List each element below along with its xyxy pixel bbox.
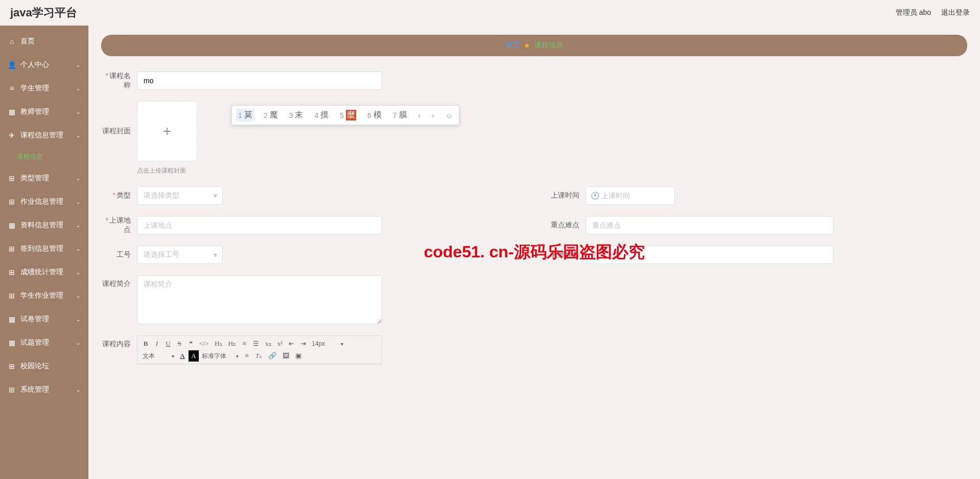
ime-candidate-6[interactable]: 6模 — [365, 109, 384, 122]
sidebar-item-homework[interactable]: ⊞ 作业信息管理 ⌄ — [0, 190, 88, 213]
logout-link[interactable]: 退出登录 — [941, 8, 970, 17]
h1-button[interactable]: H₁ — [212, 338, 224, 349]
location-label: *上课地点 — [101, 216, 137, 234]
ime-next[interactable]: › — [430, 111, 436, 119]
superscript-button[interactable]: x² — [275, 338, 285, 349]
clear-format-button[interactable]: Tₓ — [253, 350, 265, 362]
clock-icon: 🕐 — [591, 191, 599, 200]
cover-upload[interactable]: + — [137, 101, 197, 161]
sidebar-item-home[interactable]: ⌂ 首页 — [0, 30, 88, 53]
sidebar-item-student-homework[interactable]: ⊞ 学生作业管理 ⌄ — [0, 284, 88, 307]
quote-button[interactable]: ❝ — [185, 338, 196, 349]
main-content: 首页 ★ 课程信息 *课程名称 课程封面 + 点击上传课程封面 — [88, 26, 980, 479]
class-time-input-wrapper: 🕐 — [586, 186, 675, 205]
bullet-list-button[interactable]: ☰ — [250, 338, 262, 349]
align-button[interactable]: ≡ — [242, 350, 252, 362]
breadcrumb-home[interactable]: 首页 — [505, 41, 520, 50]
sidebar-subitem-course-info[interactable]: 课程信息 — [0, 147, 88, 166]
chevron-down-icon: ⌄ — [76, 340, 80, 346]
ime-candidate-1[interactable]: 1莫 — [236, 109, 254, 122]
indent-button[interactable]: ⇤ — [286, 338, 297, 349]
sidebar-item-personal[interactable]: 👤 个人中心 ⌄ — [0, 53, 88, 77]
teacher-label: 教师姓名 — [534, 250, 586, 259]
font-size-select[interactable]: 14px — [310, 339, 345, 348]
cover-label: 课程封面 — [101, 101, 137, 136]
emp-id-select[interactable]: 请选择工号 — [137, 246, 223, 264]
sidebar-label: 资料信息管理 — [20, 221, 63, 230]
editor-toolbar: B I U S ❝ </> H₁ H₂ ≡ ☰ x₂ x² ⇤ ⇥ — [137, 336, 382, 364]
outdent-button[interactable]: ⇥ — [298, 338, 309, 349]
sidebar-label: 签到信息管理 — [20, 244, 63, 253]
app-logo: java学习平台 — [10, 5, 77, 20]
sidebar-item-exam[interactable]: ▦ 试卷管理 ⌄ — [0, 307, 88, 331]
cover-hint: 点击上传课程封面 — [137, 166, 197, 175]
font-color-button[interactable]: A — [177, 350, 188, 362]
send-icon: ✈ — [8, 132, 15, 139]
ime-emoji[interactable]: ☺ — [444, 111, 455, 119]
sidebar-item-forum[interactable]: ⊞ 校园论坛 — [0, 354, 88, 378]
sidebar-item-type[interactable]: ⊞ 类型管理 ⌄ — [0, 166, 88, 190]
grid-icon: ⊞ — [8, 175, 15, 182]
bold-button[interactable]: B — [141, 338, 151, 349]
ime-candidate-2[interactable]: 2魔 — [262, 109, 280, 122]
h2-button[interactable]: H₂ — [226, 338, 238, 349]
sidebar-item-checkin[interactable]: ⊞ 签到信息管理 ⌄ — [0, 237, 88, 260]
course-name-input[interactable] — [137, 71, 382, 90]
subscript-button[interactable]: x₂ — [263, 338, 274, 349]
course-name-label: *课程名称 — [101, 71, 137, 90]
admin-label[interactable]: 管理员 abo — [896, 8, 931, 17]
chevron-down-icon: ⌄ — [76, 62, 80, 68]
sidebar-item-question[interactable]: ▦ 试题管理 ⌄ — [0, 331, 88, 354]
sidebar-item-course-info[interactable]: ✈ 课程信息管理 ⌄ — [0, 124, 88, 147]
video-button[interactable]: ▣ — [293, 350, 304, 362]
ime-prev[interactable]: ‹ — [416, 111, 423, 119]
chevron-down-icon: ⌄ — [76, 176, 80, 181]
header-user-area: 管理员 abo 退出登录 — [896, 8, 970, 17]
ime-candidate-5[interactable]: 5麼 — [338, 109, 358, 122]
grid-icon: ▦ — [8, 108, 15, 115]
text-type-select[interactable]: 文本 — [141, 351, 176, 362]
sidebar-label: 试题管理 — [20, 338, 49, 347]
difficulty-input[interactable] — [586, 216, 833, 234]
sidebar-item-student[interactable]: ≡ 学生管理 ⌄ — [0, 77, 88, 100]
ordered-list-button[interactable]: ≡ — [239, 338, 249, 349]
type-select[interactable]: 请选择类型 — [137, 186, 223, 205]
chevron-down-icon: ⌄ — [76, 133, 80, 138]
sidebar-item-teacher[interactable]: ▦ 教师管理 ⌄ — [0, 100, 88, 124]
font-family-select[interactable]: 标准字体 — [200, 351, 241, 362]
sidebar-label: 首页 — [20, 37, 35, 46]
type-label: *类型 — [101, 191, 137, 200]
chevron-down-icon: ⌄ — [76, 223, 80, 228]
sidebar-item-system[interactable]: ⊞ 系统管理 ⌄ — [0, 378, 88, 401]
ime-candidate-7[interactable]: 7膜 — [391, 109, 409, 122]
sidebar-item-material[interactable]: ▦ 资料信息管理 ⌄ — [0, 213, 88, 237]
link-button[interactable]: 🔗 — [266, 350, 279, 362]
chevron-down-icon: ⌄ — [76, 109, 80, 115]
grid-icon: ▦ — [8, 339, 15, 346]
italic-button[interactable]: I — [152, 338, 162, 349]
sidebar: ⌂ 首页 👤 个人中心 ⌄ ≡ 学生管理 ⌄ ▦ 教师管理 ⌄ ✈ 课程信息管理… — [0, 26, 88, 479]
grid-icon: ⊞ — [8, 269, 15, 276]
ime-candidate-3[interactable]: 3末 — [287, 109, 306, 122]
grid-icon: ▦ — [8, 316, 15, 323]
grid-icon: ⊞ — [8, 198, 15, 205]
breadcrumb: 首页 ★ 课程信息 — [101, 35, 967, 56]
code-button[interactable]: </> — [197, 338, 211, 349]
location-input[interactable] — [137, 216, 382, 234]
teacher-input[interactable] — [586, 246, 833, 264]
sidebar-label: 课程信息管理 — [20, 131, 63, 140]
sidebar-label: 作业信息管理 — [20, 197, 63, 206]
plus-icon: + — [163, 123, 171, 139]
sidebar-item-grades[interactable]: ⊞ 成绩统计管理 ⌄ — [0, 260, 88, 284]
chevron-down-icon: ⌄ — [76, 293, 80, 299]
chevron-down-icon: ⌄ — [76, 86, 80, 91]
chevron-down-icon: ⌄ — [76, 246, 80, 252]
difficulty-label: 重点难点 — [534, 221, 586, 230]
bg-color-button[interactable]: A — [189, 350, 199, 362]
grid-icon: ⊞ — [8, 363, 15, 370]
strike-button[interactable]: S — [174, 338, 184, 349]
intro-textarea[interactable] — [137, 275, 382, 324]
underline-button[interactable]: U — [163, 338, 173, 349]
image-button[interactable]: 🖼 — [280, 350, 292, 362]
ime-candidate-4[interactable]: 4摸 — [312, 109, 331, 122]
